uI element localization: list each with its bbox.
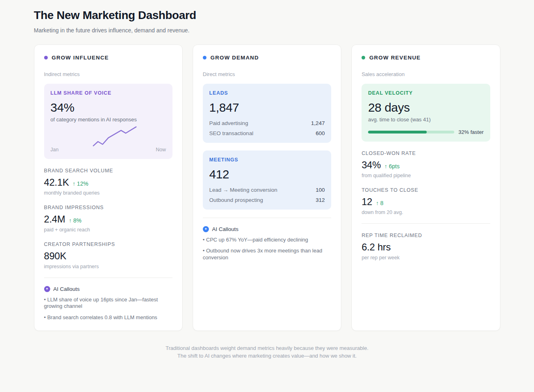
progress-track xyxy=(368,131,454,133)
card-grow-revenue: GROW REVENUE Sales acceleration DEAL VEL… xyxy=(351,44,500,331)
footer-note: Traditional dashboards weight demand met… xyxy=(34,345,500,392)
revenue-header: GROW REVENUE xyxy=(362,55,490,61)
row-label: Lead → Meeting conversion xyxy=(209,187,277,193)
metric-closed-won-rate: CLOSED-WON RATE 34% ↑ 6pts from qualifie… xyxy=(362,150,490,178)
row-label: Outbound prospecting xyxy=(209,197,263,203)
leads-row-seo-transactional: SEO transactional 600 xyxy=(209,130,325,136)
row-value: 1,247 xyxy=(311,120,325,126)
row-label: Paid advertising xyxy=(209,120,248,126)
metric-rep-time-reclaimed: REP TIME RECLAIMED 6.2 hrs per rep per w… xyxy=(362,233,490,261)
revenue-title: GROW REVENUE xyxy=(369,55,421,61)
metric-value: 34% xyxy=(362,159,381,171)
card-grow-demand: GROW DEMAND Direct metrics LEADS 1,847 P… xyxy=(193,44,341,331)
page-subtitle: Marketing in the future drives influence… xyxy=(34,27,500,34)
demand-dot-icon xyxy=(203,56,206,59)
demand-subtitle: Direct metrics xyxy=(203,71,331,77)
deal-velocity-label: DEAL VELOCITY xyxy=(368,90,483,96)
demand-header: GROW DEMAND xyxy=(203,55,331,61)
meetings-row-outbound-prospecting: Outbound prospecting 312 xyxy=(209,197,325,203)
influence-ai-callouts: ✦ AI Callouts LLM share of voice up 16pt… xyxy=(44,286,172,321)
divider xyxy=(203,218,331,218)
ai-callouts-title: AI Callouts xyxy=(53,286,80,292)
ai-callouts-title: AI Callouts xyxy=(212,226,238,232)
callout-item: Brand search correlates 0.8 with LLM men… xyxy=(44,314,172,321)
metric-value: 42.1K xyxy=(44,177,69,188)
metric-label: REP TIME RECLAIMED xyxy=(362,233,490,238)
influence-dot-icon xyxy=(44,56,48,59)
llm-sparkline: Jan Now xyxy=(51,126,166,153)
meetings-value: 412 xyxy=(209,167,325,181)
metric-value: 2.4M xyxy=(44,214,66,225)
metric-caption: monthly branded queries xyxy=(44,190,172,196)
deal-velocity-value: 28 days xyxy=(368,101,483,114)
metric-brand-impressions: BRAND IMPRESSIONS 2.4M ↑ 8% paid + organ… xyxy=(44,205,172,233)
card-grow-influence: GROW INFLUENCE Indirect metrics LLM SHAR… xyxy=(34,44,183,331)
callout-item: LLM share of voice up 16pts since Jan—fa… xyxy=(44,297,172,310)
divider xyxy=(362,223,490,224)
callout-item: Outbound now drives 3x more meetings tha… xyxy=(203,248,331,261)
metric-caption: paid + organic reach xyxy=(44,227,172,233)
footer-line-1: Traditional dashboards weight demand met… xyxy=(34,345,500,352)
deal-velocity-box: DEAL VELOCITY 28 days avg. time to close… xyxy=(362,84,490,142)
row-label: SEO transactional xyxy=(209,130,253,136)
row-value: 600 xyxy=(316,130,325,136)
page-title: The New Marketing Dashboard xyxy=(34,9,500,22)
progress-label: 32% faster xyxy=(458,129,483,135)
metric-delta: ↑ 8% xyxy=(69,217,81,224)
footer-line-2: The shift to AI changes where marketing … xyxy=(34,353,500,359)
metric-delta: ↑ 12% xyxy=(72,180,88,187)
ai-sparkle-icon: ✦ xyxy=(203,226,209,232)
meetings-row-lead-conversion: Lead → Meeting conversion 100 xyxy=(209,187,325,193)
metric-caption: down from 20 avg. xyxy=(362,210,490,215)
metric-creator-partnerships: CREATOR PARTNERSHIPS 890K impressions vi… xyxy=(44,242,172,269)
metric-brand-search-volume: BRAND SEARCH VOLUME 42.1K ↑ 12% monthly … xyxy=(44,168,172,196)
row-value: 100 xyxy=(316,187,325,193)
influence-header: GROW INFLUENCE xyxy=(44,55,172,61)
metric-delta: ↑ 8 xyxy=(376,200,383,206)
meetings-box: MEETINGS 412 Lead → Meeting conversion 1… xyxy=(203,150,331,210)
deal-velocity-caption: avg. time to close (was 41) xyxy=(368,117,483,123)
leads-value: 1,847 xyxy=(209,101,325,114)
metric-label: BRAND IMPRESSIONS xyxy=(44,205,172,210)
revenue-dot-icon xyxy=(362,56,365,59)
spark-end-label: Now xyxy=(156,147,166,153)
cards-grid: GROW INFLUENCE Indirect metrics LLM SHAR… xyxy=(34,44,500,331)
metric-touches-to-close: TOUCHES TO CLOSE 12 ↑ 8 down from 20 avg… xyxy=(362,187,490,215)
llm-sov-caption: of category mentions in AI responses xyxy=(51,117,166,123)
influence-subtitle: Indirect metrics xyxy=(44,71,172,77)
callout-item: CPC up 67% YoY—paid efficiency declining xyxy=(203,237,331,243)
metric-label: BRAND SEARCH VOLUME xyxy=(44,168,172,174)
metric-label: TOUCHES TO CLOSE xyxy=(362,187,490,193)
llm-sov-label: LLM SHARE OF VOICE xyxy=(51,90,166,96)
metric-caption: impressions via partners xyxy=(44,264,172,269)
demand-title: GROW DEMAND xyxy=(211,55,259,61)
dashboard: The New Marketing Dashboard Marketing in… xyxy=(34,0,500,392)
metric-value: 6.2 hrs xyxy=(362,242,391,253)
ai-sparkle-icon: ✦ xyxy=(44,286,50,292)
metric-value: 12 xyxy=(362,196,372,208)
revenue-subtitle: Sales acceleration xyxy=(362,71,490,77)
divider xyxy=(44,278,172,278)
deal-velocity-progress: 32% faster xyxy=(368,129,483,135)
leads-label: LEADS xyxy=(209,90,325,96)
metric-value: 890K xyxy=(44,250,66,262)
llm-sov-value: 34% xyxy=(51,101,166,114)
leads-box: LEADS 1,847 Paid advertising 1,247 SEO t… xyxy=(203,84,331,143)
progress-fill xyxy=(368,131,427,133)
metric-label: CLOSED-WON RATE xyxy=(362,150,490,156)
influence-title: GROW INFLUENCE xyxy=(52,55,109,61)
demand-ai-callouts: ✦ AI Callouts CPC up 67% YoY—paid effici… xyxy=(203,226,331,261)
meetings-label: MEETINGS xyxy=(209,157,325,163)
metric-caption: from qualified pipeline xyxy=(362,173,490,178)
llm-share-of-voice-box: LLM SHARE OF VOICE 34% of category menti… xyxy=(44,84,172,159)
metric-delta: ↑ 6pts xyxy=(385,163,400,170)
metric-label: CREATOR PARTNERSHIPS xyxy=(44,242,172,247)
metric-caption: per rep per week xyxy=(362,255,490,261)
sparkline-chart-icon xyxy=(51,126,166,147)
leads-row-paid-advertising: Paid advertising 1,247 xyxy=(209,120,325,126)
spark-start-label: Jan xyxy=(51,147,59,153)
row-value: 312 xyxy=(316,197,325,203)
